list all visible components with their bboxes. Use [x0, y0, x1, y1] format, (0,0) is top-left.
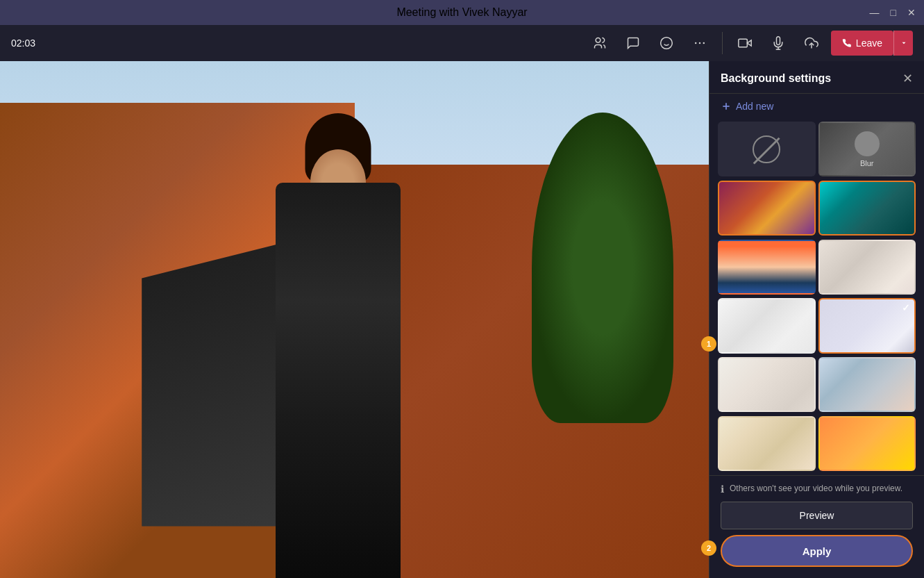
info-row: ℹ Others won't see your video while you …: [721, 483, 913, 495]
background-item-6[interactable]: [818, 298, 916, 353]
callout-badge-2: 2: [701, 540, 716, 556]
header-bar: 02:03: [0, 25, 924, 61]
blur-avatar: [855, 131, 880, 156]
svg-point-1: [661, 38, 673, 49]
background-item-5[interactable]: [718, 298, 816, 353]
apply-button[interactable]: Apply: [721, 535, 913, 567]
titlebar-title: Meeting with Vivek Nayyar: [396, 6, 527, 19]
background-settings-panel: Background settings ✕ Add new Blur: [709, 61, 924, 578]
video-area: [0, 61, 709, 578]
info-icon: ℹ: [721, 484, 724, 495]
svg-point-5: [699, 42, 701, 44]
svg-point-0: [596, 38, 600, 43]
reactions-button[interactable]: [653, 29, 680, 57]
participants-button[interactable]: [586, 29, 614, 57]
blur-label: Blur: [860, 159, 874, 167]
svg-marker-7: [747, 40, 751, 46]
panel-footer: ℹ Others won't see your video while you …: [709, 475, 924, 578]
mic-button[interactable]: [764, 29, 792, 57]
meeting-timer: 02:03: [11, 38, 35, 49]
panel-header: Background settings ✕: [709, 61, 924, 94]
panel-close-button[interactable]: ✕: [902, 72, 913, 85]
preview-button[interactable]: Preview: [721, 502, 913, 529]
background-item-10[interactable]: [818, 416, 916, 471]
header-controls: Leave: [586, 29, 913, 57]
background-grid: Blur: [709, 119, 924, 475]
leave-dropdown-button[interactable]: [893, 31, 913, 56]
background-item-1[interactable]: [718, 181, 816, 236]
background-item-7[interactable]: [718, 357, 816, 412]
share-button[interactable]: [798, 29, 825, 57]
background-item-9[interactable]: [718, 416, 816, 471]
maximize-button[interactable]: □: [891, 8, 896, 17]
leave-button[interactable]: Leave: [831, 31, 893, 56]
callout-badge-1: 1: [701, 336, 716, 352]
background-blur[interactable]: Blur: [818, 122, 916, 176]
background-item-8[interactable]: [818, 357, 916, 412]
minimize-button[interactable]: —: [870, 8, 880, 17]
background-item-3[interactable]: [718, 240, 816, 295]
camera-button[interactable]: [731, 29, 759, 57]
titlebar: Meeting with Vivek Nayyar — □ ✕: [0, 0, 924, 25]
more-options-button[interactable]: [686, 29, 714, 57]
svg-point-6: [703, 42, 705, 44]
background-item-4[interactable]: [818, 240, 916, 295]
close-window-button[interactable]: ✕: [907, 8, 916, 17]
panel-title: Background settings: [721, 72, 831, 85]
svg-rect-8: [739, 39, 748, 47]
main-content: 1 2 Background settings ✕ Add new Blur: [0, 61, 924, 578]
header-divider: [722, 32, 723, 54]
background-item-2[interactable]: [818, 181, 916, 236]
background-none[interactable]: [718, 122, 816, 176]
info-text: Others won't see your video while you pr…: [730, 483, 902, 495]
leave-button-group: Leave: [831, 31, 913, 56]
leave-label: Leave: [856, 38, 882, 49]
chat-button[interactable]: [619, 29, 647, 57]
person-overlay: [248, 113, 428, 578]
titlebar-controls: — □ ✕: [870, 8, 916, 17]
add-new-button[interactable]: Add new: [709, 94, 924, 119]
none-icon: [753, 135, 780, 163]
svg-point-4: [695, 42, 697, 44]
